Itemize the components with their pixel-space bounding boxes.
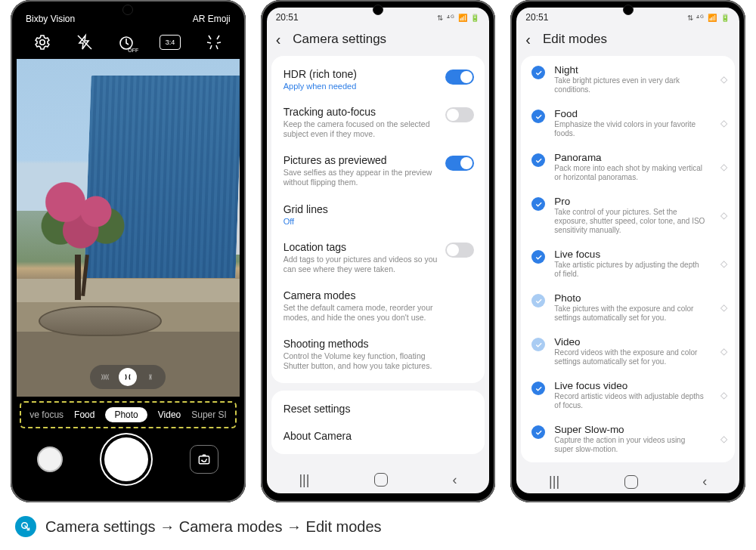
tap-icon: [15, 516, 36, 537]
edit-mode-row[interactable]: NightTake bright pictures even in very d…: [521, 57, 735, 101]
mode-desc: Take control of your pictures. Set the e…: [554, 208, 705, 235]
edit-modes-appbar: ‹ Edit modes: [516, 24, 739, 56]
mode-super-slowmo[interactable]: Super Sl: [191, 409, 226, 420]
checkbox-icon[interactable]: [531, 294, 545, 307]
drag-handle-icon[interactable]: ◇: [720, 390, 726, 400]
mode-title: Night: [554, 64, 705, 76]
drag-handle-icon[interactable]: ◇: [720, 434, 726, 444]
setting-shooting-methods[interactable]: Shooting methods Control the Volume key …: [271, 330, 485, 379]
svg-point-0: [40, 40, 45, 45]
checkbox-icon[interactable]: [531, 197, 545, 211]
back-button[interactable]: ‹: [276, 32, 281, 47]
mode-live-focus[interactable]: ve focus: [29, 409, 64, 420]
drag-handle-icon[interactable]: ◇: [720, 162, 726, 172]
camera-icon-row: OFF 3:4: [17, 29, 240, 59]
toggle-hdr[interactable]: [445, 70, 474, 85]
timer-off-icon[interactable]: OFF: [117, 33, 135, 51]
nav-back[interactable]: ‹: [453, 472, 457, 488]
aspect-ratio-button[interactable]: 3:4: [160, 35, 181, 50]
checkbox-icon[interactable]: [531, 153, 545, 167]
back-button[interactable]: ‹: [525, 32, 531, 47]
flash-off-icon[interactable]: [76, 33, 94, 51]
caption-text: Camera settings → Camera modes → Edit mo…: [45, 518, 382, 536]
mode-title: Pro: [554, 196, 705, 207]
mode-desc: Take bright pictures even in very dark c…: [554, 76, 705, 94]
shutter-button[interactable]: [104, 437, 148, 481]
camera-mode-row[interactable]: ve focus Food Photo Video Super Sl: [20, 401, 237, 428]
settings-card-1: HDR (rich tone) Apply when needed Tracki…: [271, 56, 485, 383]
edit-mode-row[interactable]: Live focusTake artistic pictures by adju…: [521, 242, 735, 286]
mode-desc: Take artistic pictures by adjusting the …: [554, 261, 705, 279]
toggle-pictures-previewed[interactable]: [445, 156, 474, 171]
gallery-thumbnail[interactable]: [37, 446, 63, 472]
effects-icon[interactable]: [205, 33, 223, 51]
navigation-bar: ||| ‹: [516, 470, 739, 493]
zoom-wide-icon[interactable]: [119, 368, 137, 386]
drag-handle-icon[interactable]: ◇: [720, 258, 726, 269]
drag-handle-icon[interactable]: ◇: [720, 74, 726, 85]
setting-hdr[interactable]: HDR (rich tone) Apply when needed: [271, 60, 485, 98]
edit-mode-row[interactable]: Live focus videoRecord artistic videos w…: [521, 373, 735, 417]
checkbox-icon[interactable]: [531, 425, 545, 439]
setting-about-camera[interactable]: About Camera: [271, 422, 485, 450]
camera-viewfinder[interactable]: [17, 59, 240, 397]
setting-grid-lines[interactable]: Grid lines Off: [271, 196, 485, 233]
status-icons: ⇅ ⁴ᴳ 📶 🔋: [437, 14, 480, 22]
mode-title: Live focus: [554, 249, 705, 260]
camera-screen: Bixby Vision AR Emoji OFF 3:4: [17, 8, 240, 493]
settings-title: Camera settings: [293, 32, 386, 47]
edit-mode-row[interactable]: ProTake control of your pictures. Set th…: [521, 189, 735, 242]
zoom-ultrawide-icon[interactable]: [96, 368, 114, 386]
settings-icon[interactable]: [33, 33, 51, 51]
drag-handle-icon[interactable]: ◇: [720, 118, 726, 128]
drag-handle-icon[interactable]: ◇: [720, 346, 726, 357]
setting-reset[interactable]: Reset settings: [271, 395, 485, 422]
nav-home[interactable]: [374, 473, 388, 487]
camera-punch-hole: [122, 5, 133, 15]
camera-footer: [17, 430, 240, 493]
mode-title: Panorama: [554, 152, 705, 163]
edit-mode-row[interactable]: PhotoTake pictures with the exposure and…: [521, 286, 735, 329]
mode-desc: Record videos with the exposure and colo…: [554, 348, 705, 366]
drag-handle-icon[interactable]: ◇: [720, 210, 726, 221]
edit-mode-row[interactable]: VideoRecord videos with the exposure and…: [521, 329, 735, 373]
zoom-tele-icon[interactable]: [141, 368, 160, 386]
phone-camera: Bixby Vision AR Emoji OFF 3:4: [11, 0, 246, 502]
edit-modes-screen: 20:51 ⇅ ⁴ᴳ 📶 🔋 ‹ Edit modes NightTake br…: [516, 8, 739, 493]
mode-photo-selected[interactable]: Photo: [105, 407, 147, 422]
setting-tracking-af[interactable]: Tracking auto-focus Keep the camera focu…: [271, 98, 485, 147]
edit-mode-row[interactable]: Super Slow-moCapture the action in your …: [521, 417, 735, 461]
mode-title: Food: [554, 108, 705, 119]
checkbox-icon[interactable]: [531, 66, 545, 79]
instruction-caption: Camera settings → Camera modes → Edit mo…: [0, 502, 756, 537]
checkbox-icon[interactable]: [531, 250, 545, 264]
nav-home[interactable]: [624, 475, 638, 489]
edit-mode-row[interactable]: PanoramaPack more into each shot by maki…: [521, 145, 735, 189]
mode-title: Video: [554, 336, 705, 348]
navigation-bar: ||| ‹: [267, 466, 490, 493]
status-time: 20:51: [276, 12, 299, 23]
mode-video[interactable]: Video: [158, 409, 181, 420]
toggle-tracking-af[interactable]: [445, 107, 474, 122]
nav-recents[interactable]: |||: [299, 472, 309, 488]
ar-emoji-link[interactable]: AR Emoji: [193, 14, 231, 24]
settings-screen: 20:51 ⇅ ⁴ᴳ 📶 🔋 ‹ Camera settings HDR (ri…: [267, 8, 490, 493]
setting-camera-modes[interactable]: Camera modes Set the default camera mode…: [271, 282, 485, 330]
toggle-location-tags[interactable]: [445, 243, 474, 258]
bixby-vision-link[interactable]: Bixby Vision: [26, 14, 75, 24]
edit-mode-row[interactable]: FoodEmphasize the vivid colors in your f…: [521, 101, 735, 145]
settings-appbar: ‹ Camera settings: [267, 24, 490, 56]
mode-food[interactable]: Food: [74, 409, 94, 420]
setting-location-tags[interactable]: Location tags Add tags to your pictures …: [271, 233, 485, 282]
setting-pictures-previewed[interactable]: Pictures as previewed Save selfies as th…: [271, 147, 485, 195]
nav-back[interactable]: ‹: [702, 474, 707, 490]
camera-punch-hole: [623, 5, 634, 15]
switch-camera-button[interactable]: [190, 445, 218, 474]
mode-desc: Pack more into each shot by making verti…: [554, 164, 705, 182]
zoom-selector[interactable]: [90, 365, 166, 389]
nav-recents[interactable]: |||: [549, 474, 559, 490]
drag-handle-icon[interactable]: ◇: [720, 302, 726, 313]
checkbox-icon[interactable]: [531, 110, 545, 123]
checkbox-icon[interactable]: [531, 338, 545, 351]
checkbox-icon[interactable]: [531, 382, 545, 395]
